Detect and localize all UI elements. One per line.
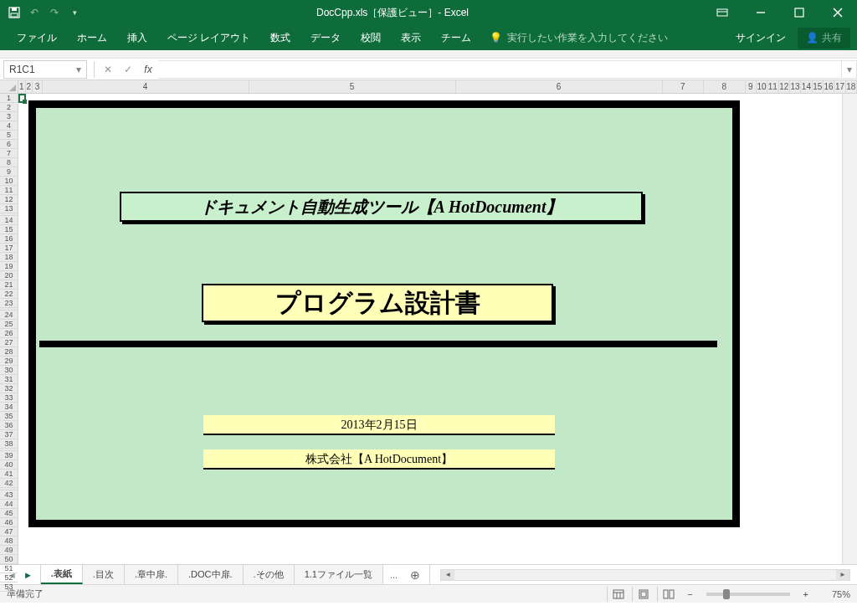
row-header[interactable]: 19 — [0, 262, 18, 271]
col-header[interactable]: 6 — [456, 80, 663, 93]
row-header[interactable]: 43 — [0, 490, 18, 500]
col-header[interactable]: 3 — [33, 80, 42, 93]
tab-file[interactable]: ファイル — [7, 25, 67, 50]
row-header[interactable]: 7 — [0, 149, 18, 158]
row-header[interactable]: 42 — [0, 479, 18, 488]
hscroll-right-icon[interactable]: ► — [836, 570, 849, 580]
sheet-tab-3[interactable]: .DOC中扉. — [178, 565, 244, 584]
row-header[interactable]: 38 — [0, 439, 18, 449]
zoom-in-button[interactable]: + — [798, 589, 813, 599]
col-header[interactable]: 1 — [18, 80, 26, 93]
zoom-slider[interactable] — [706, 593, 790, 596]
minimize-button[interactable] — [742, 0, 780, 25]
row-header[interactable]: 29 — [0, 357, 18, 366]
row-header[interactable]: 17 — [0, 244, 18, 253]
sheet-nav-next-icon[interactable]: ► — [21, 570, 35, 580]
row-header[interactable]: 8 — [0, 158, 18, 167]
zoom-level[interactable]: 75% — [817, 589, 850, 599]
row-header[interactable]: 5 — [0, 131, 18, 140]
sheet-tabs-more[interactable]: ... — [383, 570, 404, 580]
row-header[interactable]: 2 — [0, 103, 18, 112]
col-header[interactable]: 14 — [801, 80, 812, 93]
row-header[interactable]: 14 — [0, 216, 18, 225]
row-header[interactable]: 15 — [0, 225, 18, 234]
col-header[interactable]: 7 — [663, 80, 704, 93]
row-header[interactable]: 31 — [0, 375, 18, 384]
col-header[interactable]: 2 — [26, 80, 33, 93]
chevron-down-icon[interactable]: ▾ — [76, 64, 81, 75]
col-header[interactable]: 15 — [813, 80, 824, 93]
row-header[interactable]: 34 — [0, 403, 18, 412]
row-header[interactable]: 39 — [0, 451, 18, 460]
sheet-tab-0[interactable]: .表紙 — [41, 565, 83, 584]
col-header[interactable]: 16 — [824, 80, 834, 93]
close-button[interactable] — [819, 0, 857, 25]
row-header[interactable]: 30 — [0, 366, 18, 375]
row-header[interactable]: 53 — [0, 583, 18, 592]
row-header[interactable]: 25 — [0, 320, 18, 329]
row-header[interactable]: 3 — [0, 112, 18, 121]
row-header[interactable]: 33 — [0, 393, 18, 403]
view-pagebreak-icon[interactable] — [657, 587, 679, 602]
row-header[interactable]: 23 — [0, 299, 18, 308]
col-header[interactable]: 11 — [767, 80, 778, 93]
name-box[interactable]: R1C1 ▾ — [3, 60, 87, 79]
row-header[interactable]: 28 — [0, 347, 18, 357]
row-header[interactable]: 6 — [0, 140, 18, 149]
tell-me[interactable]: 💡 実行したい作業を入力してください — [481, 31, 676, 45]
signin-link[interactable]: サインイン — [736, 31, 786, 45]
cancel-formula-icon[interactable]: ✕ — [98, 60, 118, 79]
qat-customize-icon[interactable]: ▾ — [67, 5, 82, 20]
undo-icon[interactable]: ↶ — [27, 5, 42, 20]
select-all-corner[interactable] — [0, 80, 18, 94]
tab-pagelayout[interactable]: ページ レイアウト — [157, 25, 260, 50]
col-header[interactable]: 18 — [846, 80, 857, 93]
row-header[interactable]: 45 — [0, 509, 18, 518]
view-pagelayout-icon[interactable] — [632, 587, 654, 602]
row-header[interactable]: 21 — [0, 280, 18, 290]
redo-icon[interactable]: ↷ — [47, 5, 62, 20]
enter-formula-icon[interactable]: ✓ — [118, 60, 138, 79]
row-header[interactable]: 16 — [0, 234, 18, 244]
col-header[interactable]: 5 — [249, 80, 456, 93]
row-header[interactable]: 22 — [0, 290, 18, 299]
view-normal-icon[interactable] — [607, 587, 629, 602]
row-header[interactable]: 41 — [0, 470, 18, 479]
fx-icon[interactable]: fx — [138, 60, 158, 79]
maximize-button[interactable] — [780, 0, 819, 25]
column-headers[interactable]: 123456789101112131415161718 — [18, 80, 857, 94]
row-header[interactable]: 47 — [0, 527, 18, 536]
row-header[interactable]: 49 — [0, 546, 18, 555]
sheet-canvas[interactable]: ドキュメント自動生成ツール【A HotDocument】 プログラム設計書 20… — [18, 94, 842, 564]
row-header[interactable]: 20 — [0, 271, 18, 280]
zoom-out-button[interactable]: − — [682, 589, 697, 599]
row-header[interactable]: 48 — [0, 536, 18, 546]
row-header[interactable]: 1 — [0, 94, 18, 103]
row-headers[interactable]: 1234567891011121314151617181920212223242… — [0, 80, 18, 564]
row-header[interactable]: 12 — [0, 195, 18, 204]
sheet-tab-2[interactable]: .章中扉. — [125, 565, 178, 584]
save-icon[interactable] — [7, 5, 22, 20]
tab-insert[interactable]: 挿入 — [117, 25, 157, 50]
col-header[interactable]: 8 — [704, 80, 745, 93]
row-header[interactable]: 32 — [0, 384, 18, 393]
col-header[interactable]: 13 — [790, 80, 801, 93]
col-header[interactable]: 12 — [779, 80, 790, 93]
row-header[interactable]: 4 — [0, 121, 18, 131]
row-header[interactable]: 18 — [0, 253, 18, 262]
tab-formulas[interactable]: 数式 — [260, 25, 300, 50]
horizontal-scrollbar[interactable]: ◄ ► — [440, 569, 850, 581]
row-header[interactable]: 52 — [0, 573, 18, 583]
col-header[interactable]: 10 — [757, 80, 767, 93]
row-header[interactable]: 9 — [0, 167, 18, 177]
sheet-tab-4[interactable]: .その他 — [244, 565, 295, 584]
sheet-tab-5[interactable]: 1.1ファイル一覧 — [295, 565, 383, 584]
row-header[interactable]: 24 — [0, 311, 18, 320]
tab-data[interactable]: データ — [300, 25, 351, 50]
add-sheet-button[interactable]: ⊕ — [404, 568, 426, 582]
tab-view[interactable]: 表示 — [391, 25, 431, 50]
row-header[interactable]: 40 — [0, 460, 18, 470]
row-header[interactable]: 10 — [0, 177, 18, 186]
formula-expand-icon[interactable]: ▾ — [842, 60, 857, 79]
col-header[interactable]: 4 — [43, 80, 249, 93]
